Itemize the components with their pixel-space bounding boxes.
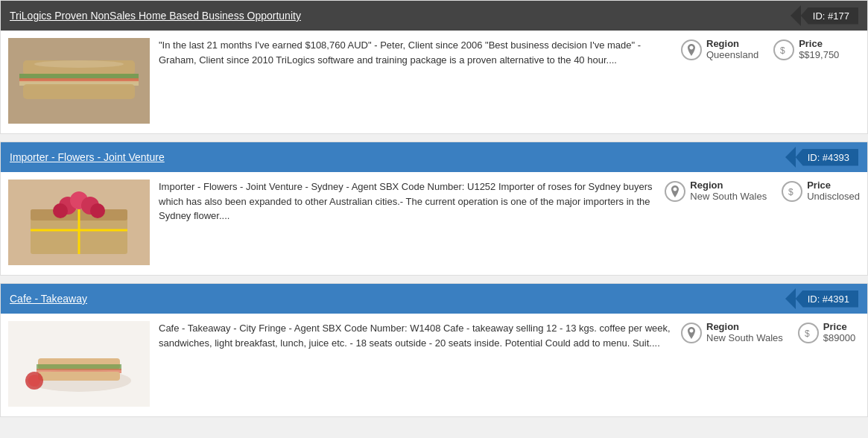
- location-icon: [681, 39, 702, 60]
- price-content: Price$89000: [823, 321, 855, 343]
- arrow-icon: [785, 147, 796, 168]
- region-content: RegionQueensland: [706, 38, 758, 60]
- price-block: $Price$89000: [798, 321, 855, 343]
- listing-title-link[interactable]: Importer - Flowers - Joint Venture: [10, 151, 165, 163]
- listing-description: Cafe - Takeaway - City Fringe - Agent SB…: [159, 321, 672, 350]
- region-value: New South Wales: [690, 191, 767, 202]
- dollar-icon: $: [773, 39, 794, 60]
- price-block: $PriceUndisclosed: [782, 180, 860, 202]
- listing-body: Importer - Flowers - Joint Venture - Syd…: [1, 172, 867, 275]
- price-label: Price: [823, 321, 855, 332]
- listing-image: [8, 180, 150, 267]
- listing-meta: RegionNew South Wales$Price$89000: [681, 321, 860, 343]
- region-value: Queensland: [706, 49, 758, 60]
- region-value: New South Wales: [706, 332, 783, 343]
- svg-point-6: [34, 60, 124, 68]
- listing-card: Importer - Flowers - Joint VentureID: #4…: [0, 142, 868, 276]
- id-section: ID: #4393: [785, 147, 858, 168]
- region-block: RegionNew South Wales: [681, 321, 783, 343]
- listing-image: [8, 321, 150, 409]
- region-label: Region: [690, 180, 767, 191]
- svg-text:$: $: [788, 187, 793, 197]
- listing-card: Cafe - TakeawayID: #4391 Cafe - Takeaway…: [0, 283, 868, 417]
- listing-id: ID: #177: [801, 7, 858, 25]
- listing-body: Cafe - Takeaway - City Fringe - Agent SB…: [1, 314, 867, 416]
- listing-meta: RegionNew South Wales$PriceUndisclosed: [665, 180, 860, 202]
- listing-body: "In the last 21 months I've earned $108,…: [1, 31, 867, 133]
- svg-rect-5: [23, 84, 135, 99]
- price-label: Price: [799, 38, 839, 49]
- id-section: ID: #4391: [785, 288, 858, 309]
- listing-title-link[interactable]: Cafe - Takeaway: [10, 293, 87, 305]
- listing-description: Importer - Flowers - Joint Venture - Syd…: [159, 180, 656, 223]
- listing-title-link[interactable]: TriLogics Proven NonSales Home Based Bus…: [10, 10, 301, 22]
- price-content: Price$$19,750: [799, 38, 839, 60]
- arrow-icon: [785, 288, 796, 309]
- location-icon: [665, 181, 685, 202]
- price-value: $$19,750: [799, 49, 839, 60]
- listings-container: TriLogics Proven NonSales Home Based Bus…: [0, 0, 868, 417]
- region-block: RegionNew South Wales: [665, 180, 767, 202]
- listing-id: ID: #4391: [796, 291, 858, 308]
- price-value: $89000: [823, 332, 855, 343]
- svg-text:$: $: [780, 45, 785, 55]
- svg-point-15: [90, 203, 105, 218]
- listing-header: TriLogics Proven NonSales Home Based Bus…: [1, 1, 867, 31]
- price-content: PriceUndisclosed: [807, 180, 860, 202]
- region-label: Region: [706, 38, 758, 49]
- svg-point-14: [53, 203, 68, 218]
- listing-meta: RegionQueensland$Price$$19,750: [681, 38, 860, 60]
- dollar-icon: $: [798, 323, 819, 343]
- listing-header: Cafe - TakeawayID: #4391: [1, 284, 867, 314]
- svg-text:$: $: [805, 328, 810, 338]
- price-value: Undisclosed: [807, 191, 860, 202]
- price-label: Price: [807, 180, 860, 191]
- listing-card: TriLogics Proven NonSales Home Based Bus…: [0, 0, 868, 134]
- listing-image: [8, 38, 150, 126]
- listing-id: ID: #4393: [796, 149, 858, 166]
- region-content: RegionNew South Wales: [706, 321, 783, 343]
- region-block: RegionQueensland: [681, 38, 758, 60]
- svg-rect-24: [38, 372, 120, 381]
- svg-point-26: [28, 375, 40, 387]
- region-label: Region: [706, 321, 783, 332]
- listing-header: Importer - Flowers - Joint VentureID: #4…: [1, 142, 867, 172]
- id-section: ID: #177: [791, 5, 858, 26]
- dollar-icon: $: [782, 181, 802, 202]
- price-block: $Price$$19,750: [773, 38, 839, 60]
- arrow-icon: [791, 5, 801, 26]
- listing-description: "In the last 21 months I've earned $108,…: [159, 38, 672, 67]
- location-icon: [681, 323, 702, 343]
- region-content: RegionNew South Wales: [690, 180, 767, 202]
